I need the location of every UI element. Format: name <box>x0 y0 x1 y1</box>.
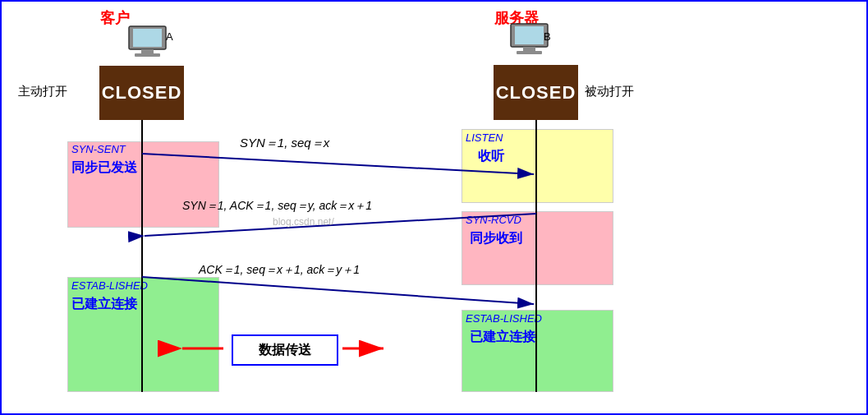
syn-ack-label: SYN＝1, ACK＝1, seq＝y, ack＝x＋1 <box>182 199 372 214</box>
server-closed-box: CLOSED <box>494 65 578 120</box>
svg-rect-7 <box>517 51 542 54</box>
svg-text:blog.csdn.net/: blog.csdn.net/ <box>273 216 334 228</box>
estab-server-label-zh: 已建立连接 <box>470 329 535 346</box>
syn-rcvd-label-en: SYN-RCVD <box>466 214 521 226</box>
listen-label-en: LISTEN <box>466 131 503 144</box>
syn-rcvd-label-zh: 同步收到 <box>470 230 522 247</box>
estab-client-label-zh: 已建立连接 <box>71 296 137 313</box>
data-transfer-label: 数据传送 <box>259 342 311 359</box>
active-open-label: 主动打开 <box>18 84 67 99</box>
svg-rect-1 <box>133 29 162 47</box>
data-transfer-box: 数据传送 <box>232 334 338 366</box>
ack-label: ACK＝1, seq＝x＋1, ack＝y＋1 <box>199 263 360 278</box>
computer-client-icon <box>125 25 170 59</box>
server-sublabel: B <box>544 30 551 43</box>
passive-open-label: 被动打开 <box>585 84 634 99</box>
syn-label: SYN＝1, seq＝x <box>240 136 329 151</box>
estab-client-label-en: ESTAB-LISHED <box>71 279 148 292</box>
estab-server-label-en: ESTAB-LISHED <box>466 312 542 325</box>
svg-rect-6 <box>523 47 535 51</box>
svg-rect-2 <box>141 49 154 53</box>
client-sublabel: A <box>166 30 173 43</box>
diagram-container: 客户 服务器 A B CLOSED CLOSED 主动打开 被动打开 SYN-S… <box>0 0 868 415</box>
client-closed-box: CLOSED <box>99 66 184 120</box>
estab-client-box <box>67 277 219 392</box>
syn-sent-label-en: SYN-SENT <box>71 143 126 155</box>
svg-rect-5 <box>515 26 544 44</box>
svg-rect-3 <box>135 53 160 57</box>
syn-sent-label-zh: 同步已发送 <box>71 159 137 177</box>
listen-label-zh: 收听 <box>478 148 504 165</box>
